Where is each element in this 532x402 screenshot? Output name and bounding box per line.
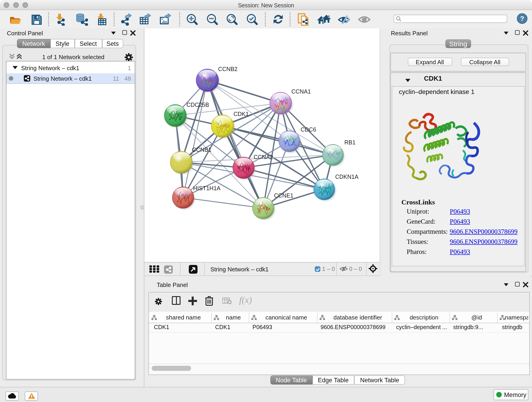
svg-text:?: ? (520, 15, 524, 22)
